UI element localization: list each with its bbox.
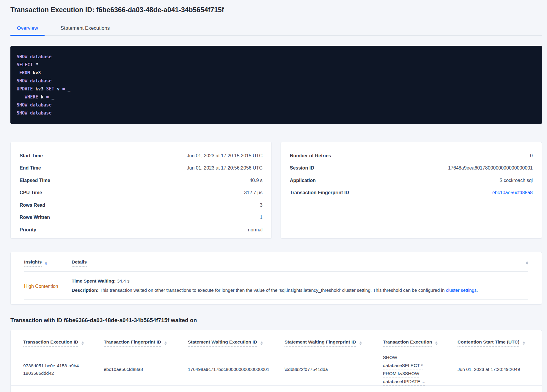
stat-value: 17648a9eea6017800000000000000001 bbox=[448, 165, 533, 171]
header-cell-statement-waiting-execution-id: Statement Waiting Execution ID bbox=[188, 330, 284, 353]
sort-icon[interactable] bbox=[164, 341, 167, 345]
stat-label: CPU Time bbox=[20, 190, 42, 195]
description-label: Description: bbox=[72, 288, 98, 293]
header-cell-transaction-execution-id: Transaction Execution ID bbox=[11, 330, 104, 353]
stat-label: Session ID bbox=[290, 165, 314, 171]
insights-column-header[interactable]: Insights bbox=[24, 259, 42, 267]
waited-on-table-card: Transaction Execution ID Transaction Fin… bbox=[10, 330, 542, 392]
cell-transaction-fingerprint-id: ebc10ae56cfd88a8 bbox=[104, 353, 188, 385]
stat-label: Priority bbox=[20, 227, 36, 233]
column-header[interactable]: Transaction Execution ID bbox=[23, 339, 78, 347]
column-header[interactable]: Statement Waiting Fingerprint ID bbox=[284, 339, 356, 347]
cluster-settings-link[interactable]: cluster settings bbox=[446, 288, 477, 293]
table-row: 9738d051-bc0e-4158-a9b4-1903586ddd42 ebc… bbox=[11, 353, 542, 385]
column-header[interactable]: Transaction Fingerprint ID bbox=[104, 339, 161, 347]
insight-row: High Contention Time Spent Waiting: 34.4… bbox=[24, 272, 528, 300]
insights-table: Insights Details High Contention Time Sp… bbox=[10, 252, 542, 305]
transaction-execution-link[interactable]: SHOW databaseSELECT * FROM kv3SHOW datab… bbox=[383, 353, 434, 385]
execution-stats-card: Start Time Jun 01, 2023 at 17:20:15:2015… bbox=[10, 142, 272, 239]
stat-value: 0 bbox=[530, 153, 533, 159]
summary-cards-row: Start Time Jun 01, 2023 at 17:20:15:2015… bbox=[10, 142, 542, 239]
waited-on-table: Transaction Execution ID Transaction Fin… bbox=[11, 330, 542, 386]
column-header[interactable]: Contention Start Time (UTC) bbox=[458, 339, 519, 347]
stat-label: Rows Written bbox=[20, 215, 50, 220]
transaction-fingerprint-link[interactable]: ebc10ae56cfd88a8 bbox=[492, 190, 533, 195]
sort-icon[interactable] bbox=[359, 341, 362, 345]
stat-label: Start Time bbox=[20, 153, 43, 159]
stat-row-elapsed-time: Elapsed Time 40.9 s bbox=[20, 174, 263, 187]
header-cell-statement-waiting-fingerprint-id: Statement Waiting Fingerprint ID bbox=[284, 330, 383, 353]
details-column-header[interactable]: Details bbox=[72, 259, 87, 267]
tab-statement-executions[interactable]: Statement Executions bbox=[54, 22, 116, 35]
session-stats-card: Number of Retries 0 Session ID 17648a9ee… bbox=[281, 142, 542, 239]
stat-row-transaction-fingerprint-id: Transaction Fingerprint ID ebc10ae56cfd8… bbox=[290, 187, 533, 199]
sort-icon[interactable] bbox=[435, 341, 438, 345]
stat-value: 312.7 µs bbox=[244, 190, 263, 195]
sort-icon[interactable] bbox=[81, 341, 84, 345]
stat-row-cpu-time: CPU Time 312.7 µs bbox=[20, 187, 263, 199]
details-column-header-cell: Details bbox=[72, 259, 87, 267]
description-period: . bbox=[477, 288, 478, 293]
insights-table-header: Insights Details bbox=[24, 252, 528, 272]
header-cell-transaction-execution: Transaction Execution bbox=[383, 330, 458, 353]
insight-details: Time Spent Waiting: 34.4 s Description: … bbox=[72, 277, 528, 295]
stat-value: Jun 01, 2023 at 17:20:15:2015 UTC bbox=[187, 153, 263, 159]
description-text: This transaction waited on other transac… bbox=[98, 288, 446, 293]
stat-value: $ cockroach sql bbox=[500, 178, 533, 183]
sql-statements-box: SHOW databaseSELECT * FROM kv3SHOW datab… bbox=[10, 46, 542, 124]
stat-value: Jun 01, 2023 at 17:20:56:2056 UTC bbox=[187, 165, 263, 171]
transaction-execution-id-value: 9738d051-bc0e-4158-a9b4-1903586ddd42 bbox=[23, 362, 84, 377]
cell-transaction-execution: SHOW databaseSELECT * FROM kv3SHOW datab… bbox=[383, 353, 458, 385]
stat-row-end-time: End Time Jun 01, 2023 at 17:20:56:2056 U… bbox=[20, 162, 263, 175]
description-line: Description: This transaction waited on … bbox=[72, 287, 528, 294]
stat-row-start-time: Start Time Jun 01, 2023 at 17:20:15:2015… bbox=[20, 150, 263, 162]
sort-icon[interactable] bbox=[526, 261, 528, 265]
cell-statement-waiting-execution-id: 176498a9c717bdc80000000000000001 bbox=[188, 353, 284, 385]
cell-transaction-execution-id: 9738d051-bc0e-4158-a9b4-1903586ddd42 bbox=[11, 353, 104, 385]
stat-value: 3 bbox=[260, 203, 263, 208]
sort-icon[interactable] bbox=[260, 341, 263, 345]
stat-value: normal bbox=[248, 227, 263, 233]
page-title: Transaction Execution ID: f6be6366-da03-… bbox=[10, 5, 542, 14]
sort-icon[interactable] bbox=[45, 261, 47, 265]
stat-label: End Time bbox=[20, 165, 41, 171]
time-spent-waiting-line: Time Spent Waiting: 34.4 s bbox=[72, 277, 528, 285]
stat-row-number-of-retries: Number of Retries 0 bbox=[290, 150, 533, 162]
waited-on-heading: Transaction with ID f6be6366-da03-48de-a… bbox=[10, 317, 542, 324]
stat-row-rows-read: Rows Read 3 bbox=[20, 199, 263, 211]
stat-row-session-id: Session ID 17648a9eea6017800000000000000… bbox=[290, 162, 533, 175]
header-cell-contention-start-time: Contention Start Time (UTC) bbox=[458, 330, 542, 353]
stat-row-rows-written: Rows Written 1 bbox=[20, 211, 263, 224]
column-header[interactable]: Statement Waiting Execution ID bbox=[188, 339, 257, 347]
tab-overview[interactable]: Overview bbox=[10, 22, 45, 35]
header-cell-transaction-fingerprint-id: Transaction Fingerprint ID bbox=[104, 330, 188, 353]
cell-contention-start-time: Jun 01, 2023 at 17:20:49:2049 bbox=[458, 353, 542, 385]
stat-label: Elapsed Time bbox=[20, 178, 50, 183]
stat-label: Rows Read bbox=[20, 203, 45, 208]
column-header[interactable]: Transaction Execution bbox=[383, 339, 432, 347]
sort-icon[interactable] bbox=[523, 341, 525, 345]
stat-value: 40.9 s bbox=[249, 178, 263, 183]
stat-label: Application bbox=[290, 178, 316, 183]
insight-type-badge: High Contention bbox=[24, 277, 72, 295]
stat-label: Transaction Fingerprint ID bbox=[290, 190, 349, 195]
stat-row-application: Application $ cockroach sql bbox=[290, 174, 533, 187]
tab-bar: Overview Statement Executions bbox=[10, 22, 542, 36]
insights-column-header-cell: Insights bbox=[24, 259, 72, 267]
time-spent-waiting-label: Time Spent Waiting: bbox=[72, 278, 116, 283]
time-spent-waiting-value: 34.4 s bbox=[116, 278, 130, 283]
stat-row-priority: Priority normal bbox=[20, 224, 263, 236]
transaction-details-page: Transaction Execution ID: f6be6366-da03-… bbox=[10, 0, 542, 392]
waited-on-header-row: Transaction Execution ID Transaction Fin… bbox=[11, 330, 542, 353]
stat-label: Number of Retries bbox=[290, 153, 331, 159]
cell-statement-waiting-fingerprint-id: \xdb8922f077541dda bbox=[284, 353, 383, 385]
stat-value: 1 bbox=[260, 215, 263, 220]
